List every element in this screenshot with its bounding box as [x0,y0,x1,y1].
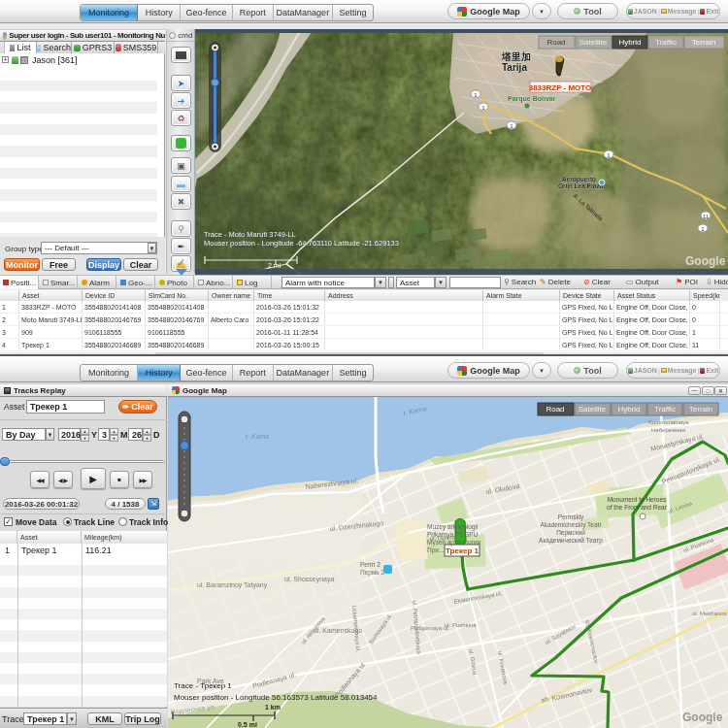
svg-text:ul. Mekhanos: ul. Mekhanos [692,611,727,616]
svg-text:of the Front and Rear: of the Front and Rear [607,504,668,511]
svg-text:0.5 mi: 0.5 mi [238,721,257,728]
svg-text:Mouser position - Longitude -6: Mouser position - Longitude -64.763110 L… [204,239,399,248]
svg-text:Hybrid: Hybrid [617,405,640,414]
svg-text:Akademicheskiy Teatr: Akademicheskiy Teatr [540,521,602,529]
svg-text:Hybrid: Hybrid [618,38,641,47]
svg-text:Google: Google [685,254,726,268]
svg-text:3833RZP - MOTO: 3833RZP - MOTO [529,83,592,92]
svg-text:2 mi: 2 mi [268,262,281,269]
svg-text:Terrain: Terrain [692,38,715,47]
svg-text:11: 11 [703,214,710,219]
svg-text:Satellite: Satellite [579,38,608,47]
svg-text:Oriel Lea Plaza: Oriel Lea Plaza [558,182,604,189]
svg-text:Permskiy: Permskiy [558,513,584,521]
svg-text:Набережная: Набережная [651,427,685,433]
svg-text:Пермский: Пермский [556,529,585,537]
svg-text:Пермь 2: Пермь 2 [360,569,385,577]
svg-text:Traffic: Traffic [655,38,677,47]
svg-text:Road: Road [546,38,565,47]
svg-text:Академический Театр: Академический Театр [539,537,603,545]
svg-text:Google: Google [682,711,723,724]
svg-text:Terrain: Terrain [689,405,712,414]
svg-text:При...: При... [427,546,445,554]
svg-text:Monument to Heroes: Monument to Heroes [608,496,667,503]
svg-text:Trace - Moto Maruti 3749-LL: Trace - Moto Maruti 3749-LL [204,230,296,239]
svg-text:Trace - Трекер 1: Trace - Трекер 1 [174,681,232,690]
svg-text:Mouser position - Longitude 56: Mouser position - Longitude 56.163573 La… [174,693,378,702]
svg-text:ul. Pushkina: ul. Pushkina [445,622,477,628]
svg-text:Prikamya PGGPU: Prikamya PGGPU [427,531,479,539]
svg-text:r. Kama: r. Kama [246,433,269,440]
svg-text:1 km: 1 km [265,704,281,711]
svg-text:ul. Baramzinoy Tatyany: ul. Baramzinoy Tatyany [197,581,268,589]
svg-text:Perm 2: Perm 2 [360,561,381,568]
svg-text:Музей археологии: Музей археологии [427,539,481,546]
svg-text:Satellite: Satellite [579,405,607,414]
svg-text:Трекер 1: Трекер 1 [446,546,479,555]
svg-text:Road: Road [546,405,564,414]
svg-text:ul. Shosseynaya: ul. Shosseynaya [284,576,334,583]
svg-text:Traffic: Traffic [654,405,676,414]
svg-text:塔里加: 塔里加 [501,51,531,62]
svg-text:Kommunalnaya: Kommunalnaya [648,419,689,425]
svg-text:Tarija: Tarija [502,62,527,73]
svg-text:Muzey arkheologii: Muzey arkheologii [427,523,478,531]
svg-text:Parque Bolívar: Parque Bolívar [508,95,556,103]
